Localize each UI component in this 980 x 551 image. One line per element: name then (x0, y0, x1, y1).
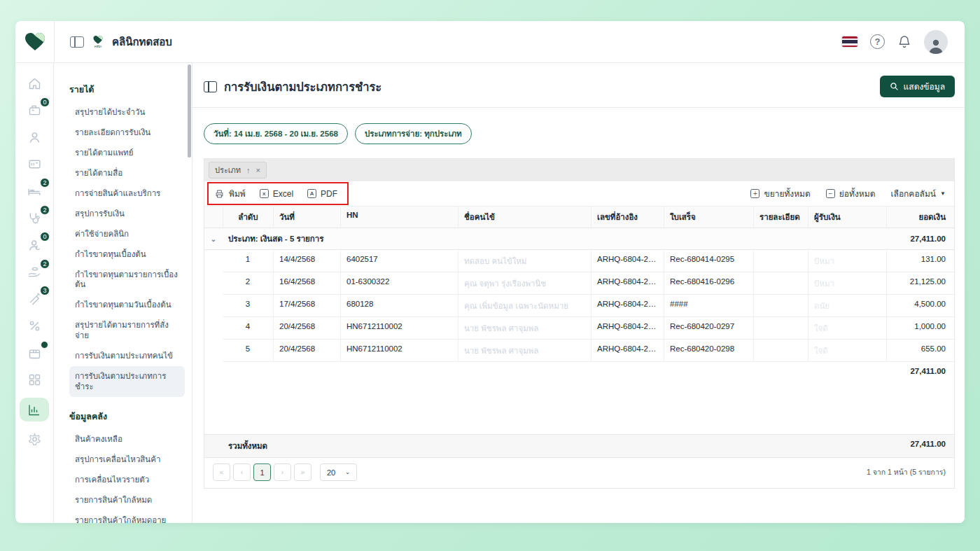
inventory-badge-dot (41, 341, 48, 349)
cell-hn: 01-6300322 (340, 272, 458, 294)
print-button[interactable]: พิมพ์ (214, 187, 246, 200)
next-page-button[interactable]: › (274, 463, 291, 481)
filter-chips: วันที่: 14 เม.ย. 2568 - 20 เม.ย. 2568 ปร… (192, 108, 965, 154)
inventory-box-icon[interactable] (20, 344, 48, 362)
sidebar-stock-items: สินค้าคงเหลือ สรุปการเคลื่อนไหวสินค้า กา… (69, 429, 185, 523)
cell-payee: ใจดี (808, 317, 886, 339)
col-header-amount[interactable]: ยอดเงิน (886, 207, 954, 228)
help-icon[interactable]: ? (870, 34, 885, 49)
table-toolbar: พิมพ์ x Excel A PDF (204, 181, 954, 207)
language-flag-icon[interactable] (842, 36, 858, 47)
group-by-chip[interactable]: ประเภท ↑ × (209, 162, 267, 179)
sidebar-item[interactable]: สรุปการเคลื่อนไหวสินค้า (69, 449, 185, 470)
sidebar-item[interactable]: สรุปการรับเงิน (69, 204, 185, 224)
bed-icon[interactable]: 2 (20, 182, 48, 200)
sidebar-item[interactable]: สรุปรายได้ตามรายการที่สั่งจ่าย (69, 315, 185, 346)
col-header-payee[interactable]: ผู้รับเงิน (808, 207, 886, 228)
procedure-pen-icon[interactable]: 3 (20, 290, 48, 308)
sidebar-item[interactable]: รายละเอียดการรับเงิน (69, 123, 185, 143)
cell-detail (753, 272, 808, 294)
reports-chart-icon[interactable] (20, 398, 49, 421)
collapse-group-chevron-icon[interactable]: ⌄ (204, 235, 223, 243)
sidebar-item[interactable]: รายการสินค้าใกล้หมดอายุ (69, 510, 185, 523)
bed-badge: 2 (40, 178, 50, 188)
main-content: การรับเงินตามประเภทการชำระ แสดงข้อมูล วั… (192, 63, 965, 523)
sidebar-item[interactable]: การรับเงินตามประเภทการชำระ (69, 366, 185, 397)
grand-total-label: รวมทั้งหมด (228, 440, 267, 452)
prev-page-button[interactable]: ‹ (233, 463, 251, 481)
current-page-button[interactable]: 1 (253, 463, 271, 481)
col-header-patient[interactable]: ชื่อคนไข้ (458, 207, 591, 228)
col-header-receipt[interactable]: ใบเสร็จ (664, 207, 753, 228)
sidebar-item[interactable]: กำไรขาดทุนตามวันเบื้องต้น (69, 295, 185, 315)
select-columns-dropdown[interactable]: เลือกคอลัมน์ ▼ (890, 187, 946, 200)
group-row[interactable]: ⌄ ประเภท: เงินสด - 5 รายการ 27,411.00 (204, 228, 954, 250)
brand-logo (15, 21, 54, 62)
table-row[interactable]: 4 20/4/2568 HN6712110002 นาย พัชรพล ศาจุ… (204, 317, 954, 340)
sidebar-item[interactable]: สินค้าคงเหลือ (69, 429, 185, 449)
home-icon[interactable] (20, 74, 48, 92)
cell-date: 17/4/2568 (273, 295, 340, 316)
sidebar-item[interactable]: รายได้ตามสื่อ (69, 163, 185, 183)
cell-payee: บีหมา (808, 250, 886, 272)
remove-group-icon[interactable]: × (256, 166, 260, 174)
cell-payee: บีหมา (808, 272, 886, 294)
sidebar-item[interactable]: การรับเงินตามประเภทคนไข้ (69, 346, 185, 366)
staff-icon[interactable]: 0 (20, 236, 48, 254)
pagination-bar: « ‹ 1 › » 20 ⌄ 1 จาก 1 หน้า (5 รายการ) (204, 458, 954, 488)
sort-asc-icon[interactable]: ↑ (246, 166, 251, 174)
sidebar-item[interactable]: กำไรขาดทุนตามรายการเบื้องต้น (69, 265, 185, 295)
export-excel-button[interactable]: x Excel (260, 189, 293, 199)
col-header-index[interactable]: ลำดับ (223, 207, 273, 228)
chevron-down-icon: ▼ (940, 190, 946, 197)
cell-patient-name: ทดสอบ คนไข้ใหม่ (458, 250, 591, 272)
export-pdf-button[interactable]: A PDF (307, 189, 337, 199)
sidebar-section-stock: ข้อมูลคลัง (69, 407, 185, 429)
patients-icon[interactable] (20, 128, 48, 146)
table-row[interactable]: 2 16/4/2568 01-6300322 คุณ จตุพา รุ่งเรื… (204, 272, 954, 295)
sidebar-toggle-icon[interactable] (70, 36, 84, 48)
sidebar-item[interactable]: การจ่ายสินค้าและบริการ (69, 183, 185, 204)
expand-all-button[interactable]: + ขยายทั้งหมด (750, 187, 810, 200)
collapse-all-button[interactable]: − ย่อทั้งหมด (826, 187, 876, 200)
first-page-button[interactable]: « (213, 463, 230, 481)
cell-detail (753, 317, 808, 339)
sidebar-item[interactable]: ค่าใช้จ่ายคลินิก (69, 224, 185, 244)
col-header-hn[interactable]: HN (340, 207, 458, 228)
payment-type-chip[interactable]: ประเภทการจ่าย: ทุกประเภท (355, 123, 472, 144)
procedures-badge: 3 (40, 286, 50, 295)
cell-receipt: Rec-680414-0295 (664, 250, 753, 272)
page-size-select[interactable]: 20 ⌄ (320, 463, 357, 481)
apps-grid-icon[interactable] (20, 371, 48, 389)
sidebar-item[interactable]: กำไรขาดทุนเบื้องต้น (69, 244, 185, 265)
show-data-button[interactable]: แสดงข้อมูล (880, 76, 955, 97)
cell-index: 1 (223, 250, 273, 272)
pos-register-icon[interactable]: 0 (20, 102, 48, 120)
date-range-chip[interactable]: วันที่: 14 เม.ย. 2568 - 20 เม.ย. 2568 (204, 123, 348, 144)
table-row[interactable]: 5 20/4/2568 HN6712110002 นาย พัชรพล ศาจุ… (204, 340, 954, 362)
table-row[interactable]: 3 17/4/2568 680128 คุณ เพิ่มข้อมูล เฉพาะ… (204, 295, 954, 317)
notifications-bell-icon[interactable] (897, 34, 911, 49)
sidebar-scrollbar[interactable] (188, 64, 191, 158)
col-header-reference[interactable]: เลขที่อ้างอิง (591, 207, 664, 228)
hand-payout-icon[interactable]: 2 (20, 263, 48, 281)
sidebar-item[interactable]: สรุปรายได้ประจำวัน (69, 102, 185, 123)
cell-index: 2 (223, 272, 273, 294)
stethoscope-icon[interactable]: 2 (20, 209, 48, 228)
cell-detail (753, 340, 808, 361)
col-header-detail[interactable]: รายละเอียด (753, 207, 808, 228)
discount-percent-icon[interactable] (20, 317, 48, 335)
sidebar-item[interactable]: รายได้ตามแพทย์ (69, 143, 185, 163)
sidebar-item[interactable]: การเคลื่อนไหวรายตัว (69, 470, 185, 490)
user-avatar[interactable] (924, 30, 948, 54)
col-header-date[interactable]: วันที่ (273, 207, 340, 228)
settings-gear-icon[interactable] (20, 431, 48, 449)
desktop-background: คลินิก คลินิกทดสอบ ? (0, 0, 980, 551)
table-row[interactable]: 1 14/4/2568 6402517 ทดสอบ คนไข้ใหม่ ARHQ… (204, 250, 954, 272)
cell-date: 14/4/2568 (273, 250, 340, 272)
last-page-button[interactable]: » (294, 463, 312, 481)
sidebar-item[interactable]: รายการสินค้าใกล้หมด (69, 490, 185, 510)
cell-date: 20/4/2568 (273, 317, 340, 339)
cell-payee: ใจดี (808, 340, 886, 361)
id-card-icon[interactable] (20, 155, 48, 174)
